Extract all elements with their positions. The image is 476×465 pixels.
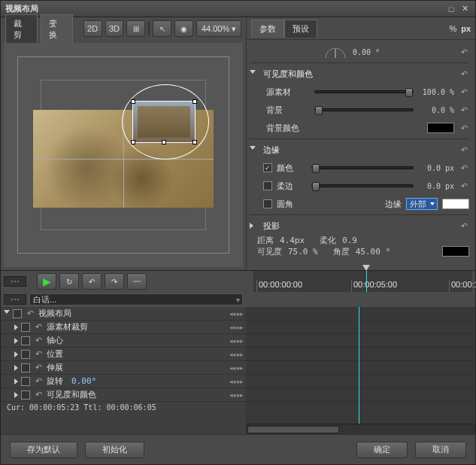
reset-shadow[interactable]: ↶ <box>459 221 469 231</box>
track-row[interactable]: ↶伸展◂◂ ▸▸ <box>1 361 246 375</box>
track-row[interactable]: ↶源素材裁剪◂◂ ▸▸ <box>1 321 246 334</box>
swatch-edge-color[interactable] <box>442 199 469 209</box>
label-bg: 背景 <box>263 105 310 116</box>
redo-button[interactable]: ↷ <box>105 273 124 290</box>
val-shadow-ang[interactable]: 45.00 ° <box>356 247 390 257</box>
loop-button[interactable]: ↻ <box>59 273 79 290</box>
timeline-ruler[interactable]: 00:00:00:00 00:00:05:00 00:00:1 <box>253 271 472 292</box>
pip-clip[interactable] <box>132 101 196 143</box>
params-panel: 0.00 ° ↶ 可见度和颜色 ↶ 源素材 100.0 % ↶ <box>247 40 475 270</box>
val-shadow-vis[interactable]: 75.0 % <box>288 247 318 257</box>
slider-color[interactable] <box>311 166 414 169</box>
check-soft[interactable] <box>263 181 272 190</box>
label-edge-side: 边缘 <box>385 199 402 210</box>
label-soft: 柔边 <box>277 181 307 192</box>
label-color: 颜色 <box>277 163 307 174</box>
val-shadow-soft[interactable]: 0.9 <box>342 236 357 245</box>
track-row[interactable]: ↶可见度和颜色◂◂ ▸▸ <box>1 388 246 402</box>
zoom-dropdown[interactable]: 44.00% ▾ <box>196 20 241 37</box>
save-default-button[interactable]: 存为默认 <box>10 442 77 458</box>
track-list: ↶ 视频布局◂◂ ▸▸ ↶源素材裁剪◂◂ ▸▸ ↶轴心◂◂ ▸▸ ↶位置◂◂ ▸… <box>1 307 246 434</box>
check-color[interactable]: ✓ <box>263 163 272 172</box>
ok-button[interactable]: 确定 <box>356 442 408 458</box>
mode-2d-button[interactable]: 2D <box>83 20 102 37</box>
status-bar: Cur: 00:00:05:23 Ttl: 00:00:06:05 <box>1 402 246 415</box>
section-visibility: 可见度和颜色 <box>263 68 313 80</box>
swatch-shadow-color[interactable] <box>442 246 469 257</box>
reset-edge[interactable]: ↶ <box>459 145 469 155</box>
play-button[interactable]: ▶ <box>37 273 56 290</box>
chevron-down-icon[interactable] <box>250 146 256 153</box>
section-edge: 边缘 <box>263 144 280 156</box>
mode-3d-button[interactable]: 3D <box>105 20 124 37</box>
slider-source[interactable] <box>314 90 414 93</box>
label-round: 圆角 <box>277 199 307 210</box>
cancel-button[interactable]: 取消 <box>415 442 466 458</box>
val-source[interactable]: 100.0 % <box>418 88 454 96</box>
track-options-button[interactable] <box>4 276 26 287</box>
reset-angle[interactable]: ↶ <box>459 47 469 57</box>
track-row[interactable]: ↶位置◂◂ ▸▸ <box>1 348 246 361</box>
tab-params[interactable]: 参数 <box>251 20 284 38</box>
fit-button[interactable]: ⊞ <box>126 20 145 37</box>
select-edge-side[interactable]: 外部 <box>406 198 438 210</box>
unit-percent[interactable]: % <box>449 24 456 33</box>
slider-soft[interactable] <box>311 184 414 187</box>
layer-select[interactable]: 白话... <box>29 293 243 305</box>
left-toolbar: 裁剪 变换 2D 3D ⊞ ↖ ◉ 44.00% ▾ <box>1 17 246 40</box>
anchor-button[interactable]: ◉ <box>174 20 193 37</box>
window-title: 视频布局 <box>5 3 444 14</box>
init-button[interactable]: 初始化 <box>85 442 144 458</box>
label-bgcolor: 背景颜色 <box>263 123 310 134</box>
track-row[interactable]: ↶旋转 0.00°◂◂ ▸▸ <box>1 375 246 388</box>
tab-preset[interactable]: 预设 <box>284 20 317 38</box>
slider-bg[interactable] <box>314 108 414 111</box>
val-bg[interactable]: 0.0 % <box>418 106 454 114</box>
label-source: 源素材 <box>263 87 310 98</box>
tab-crop[interactable]: 裁剪 <box>5 14 38 44</box>
val-color[interactable]: 0.0 px <box>418 164 454 172</box>
check-round[interactable] <box>263 199 272 208</box>
chevron-down-icon[interactable] <box>250 70 256 77</box>
angle-dial-icon[interactable] <box>324 44 347 59</box>
reset-visibility[interactable]: ↶ <box>459 69 469 79</box>
close-icon[interactable]: ✕ <box>459 4 471 14</box>
track-lanes[interactable] <box>246 307 475 434</box>
chevron-right-icon[interactable] <box>250 223 253 229</box>
val-shadow-dist[interactable]: 4.4px <box>280 236 305 245</box>
val-soft[interactable]: 0.0 px <box>418 182 454 190</box>
preview-canvas[interactable] <box>4 43 243 267</box>
track-row[interactable]: ↶轴心◂◂ ▸▸ <box>1 334 246 348</box>
undo-button[interactable]: ↶ <box>82 273 102 290</box>
angle-value[interactable]: 0.00 ° <box>353 48 380 56</box>
swatch-bgcolor[interactable] <box>427 123 454 133</box>
layer-options-button[interactable] <box>4 294 26 305</box>
pointer-button[interactable]: ↖ <box>153 20 171 37</box>
maximize-icon[interactable]: □ <box>445 4 457 14</box>
track-row[interactable]: ↶ 视频布局◂◂ ▸▸ <box>1 307 246 321</box>
unit-px[interactable]: px <box>461 24 471 33</box>
tab-transform[interactable]: 变换 <box>41 14 73 44</box>
playhead[interactable] <box>366 271 367 292</box>
section-shadow: 投影 <box>263 220 280 232</box>
param-header: 参数 预设 % px <box>247 17 475 40</box>
graph-button[interactable]: 〰 <box>127 273 147 290</box>
